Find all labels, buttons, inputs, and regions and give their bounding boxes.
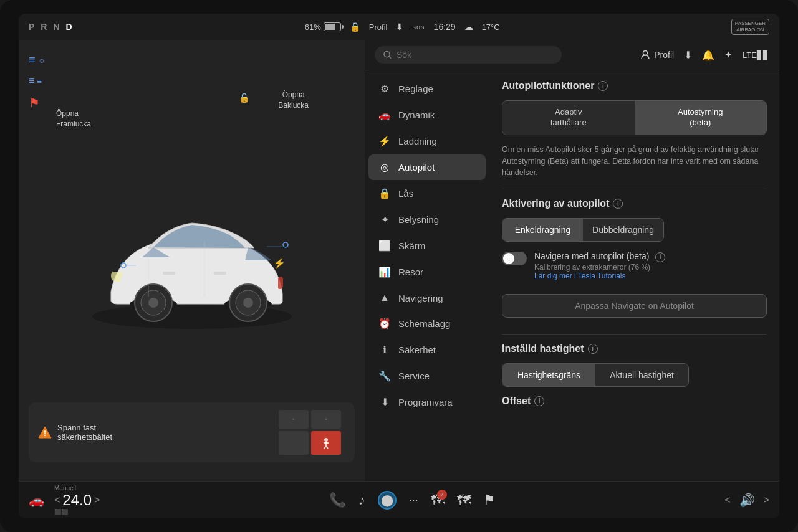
nav-label-laddning: Laddning xyxy=(398,136,437,146)
svg-point-5 xyxy=(148,298,158,308)
speed-decrease-btn[interactable]: < xyxy=(54,495,60,505)
camera-icon[interactable]: ⬤ xyxy=(378,491,397,510)
download-icon: ⬇ xyxy=(396,22,403,32)
gear-p: P xyxy=(29,22,36,32)
bell-icon[interactable]: 🔔 xyxy=(702,49,714,61)
nav-item-belysning[interactable]: ✦ Belysning xyxy=(368,207,486,232)
offset-title: Offset i xyxy=(502,396,767,407)
warning-triangle-icon: ! xyxy=(37,425,52,439)
search-input-wrap[interactable] xyxy=(375,46,562,64)
nav-item-navigering[interactable]: ▲ Navigering xyxy=(368,285,486,310)
right-arrow-btn[interactable]: > xyxy=(764,495,769,506)
divider-1 xyxy=(502,189,767,189)
profile-status: Profil xyxy=(369,22,388,32)
battery-fill xyxy=(325,24,335,30)
svg-text:!: ! xyxy=(44,429,46,438)
nav-item-sakerhet[interactable]: ℹ Säkerhet xyxy=(368,337,486,363)
nav-item-skarm[interactable]: ⬜ Skärm xyxy=(368,233,486,259)
svg-point-13 xyxy=(283,242,288,247)
autosteer-btn[interactable]: Autostyrning (beta) xyxy=(635,101,767,135)
speed-increase-btn[interactable]: > xyxy=(94,495,100,505)
airbag-text: PASSENGERAIRBAG ON xyxy=(735,21,766,34)
navigate-link[interactable]: Lär dig mer i Tesla Tutorials xyxy=(534,272,665,280)
taskbar-car-icon[interactable]: 🚗 xyxy=(29,493,44,508)
seatbelt-person-icon xyxy=(320,437,332,449)
seat-rear-right xyxy=(311,431,341,455)
taskbar-icons: 📞 ♪ ⬤ ··· 🗺 2 🗺 ⚑ xyxy=(329,491,496,510)
svg-rect-9 xyxy=(163,272,175,275)
sidebar-nav: ⚙ Reglage 🚗 Dynamik ⚡ Laddning ◎ xyxy=(365,70,489,481)
autopilot-mode-group[interactable]: Adaptiv farthållare Autostyrning (beta) xyxy=(502,100,767,135)
search-bar-right: Profil ⬇ 🔔 ✦ LTE▋▋ xyxy=(640,49,769,61)
car-svg: ⚡ xyxy=(61,186,323,335)
search-input[interactable] xyxy=(397,50,553,60)
nav-label-service: Service xyxy=(398,371,430,381)
adaptive-cruise-btn[interactable]: Adaptiv farthållare xyxy=(502,101,635,135)
aktivering-group[interactable]: Enkeldragning Dubbeldragning xyxy=(502,218,664,242)
music-icon[interactable]: ♪ xyxy=(358,492,365,508)
map-badge-count: 2 xyxy=(437,490,447,500)
svg-line-20 xyxy=(389,57,391,59)
speed-limit-btn[interactable]: Hastighetsgräns xyxy=(502,364,595,386)
aktivering-info-icon[interactable]: i xyxy=(613,199,623,209)
toggle-knob xyxy=(503,253,514,264)
battery-percent: 61% xyxy=(305,22,321,32)
nav-item-autopilot[interactable]: ◎ Autopilot xyxy=(368,154,486,180)
single-pull-btn[interactable]: Enkeldragning xyxy=(502,219,583,241)
taskbar-left: 🚗 Manuell < 24.0 > ⬛⬛ xyxy=(29,485,100,515)
nav-item-reglage[interactable]: ⚙ Reglage xyxy=(368,76,486,102)
svg-point-21 xyxy=(643,51,648,55)
nav-arrow-icon: ▲ xyxy=(378,292,391,303)
nav-label-reglage: Reglage xyxy=(398,83,433,94)
safety-icon: ℹ xyxy=(378,344,391,356)
nav-label-dynamik: Dynamik xyxy=(398,110,435,120)
download-btn[interactable]: ⬇ xyxy=(684,49,692,61)
person-taskbar-icon[interactable]: ⚑ xyxy=(483,492,496,508)
main-content: ≡ ○ ≡ ≡ ⚑ Öppna Framlucka Öppna xyxy=(19,40,779,481)
gear-selector: P R N D xyxy=(29,22,74,32)
speed-value: 24.0 xyxy=(62,492,92,509)
divider-2 xyxy=(502,334,767,335)
seat-front-right: ▪ xyxy=(311,410,341,429)
nav-label-autopilot: Autopilot xyxy=(398,162,435,173)
nav-item-resor[interactable]: 📊 Resor xyxy=(368,259,486,285)
navigate-toggle[interactable] xyxy=(502,252,527,265)
nav-item-service[interactable]: 🔧 Service xyxy=(368,363,486,389)
current-speed-btn[interactable]: Aktuell hastighet xyxy=(595,364,688,386)
navigate-sublabel: Kalibrering av extrakameror (76 %) xyxy=(534,263,665,272)
svg-point-19 xyxy=(384,51,390,57)
customize-navigate-btn[interactable]: Anpassa Navigate on Autopilot xyxy=(502,294,767,318)
status-bar: P R N D 61% 🔒 Profil ⬇ sos 16:29 ☁ 17°C xyxy=(19,14,779,40)
hastighet-group[interactable]: Hastighetsgräns Aktuell hastighet xyxy=(502,363,689,387)
search-icon xyxy=(383,50,392,59)
nav-item-dynamik[interactable]: 🚗 Dynamik xyxy=(368,102,486,128)
double-pull-btn[interactable]: Dubbeldragning xyxy=(583,219,663,241)
autopilot-info-icon[interactable]: i xyxy=(598,81,608,91)
right-panel: Profil ⬇ 🔔 ✦ LTE▋▋ ⚙ Reglage xyxy=(365,40,779,481)
offset-info-icon[interactable]: i xyxy=(534,396,544,406)
volume-icon[interactable]: 🔊 xyxy=(739,493,755,508)
svg-point-8 xyxy=(243,298,253,308)
map-icon[interactable]: 🗺 xyxy=(457,492,471,508)
more-icon[interactable]: ··· xyxy=(409,493,418,506)
lock-icon: 🔒 xyxy=(350,22,360,32)
profile-button[interactable]: Profil xyxy=(640,50,674,60)
battery-indicator: 61% xyxy=(305,22,341,32)
hastighet-info-icon[interactable]: i xyxy=(588,344,598,354)
nav-item-laddning[interactable]: ⚡ Laddning xyxy=(368,128,486,154)
nav-item-schemalägg[interactable]: ⏰ Schemalägg xyxy=(368,311,486,336)
left-arrow-btn[interactable]: < xyxy=(724,495,730,506)
phone-icon[interactable]: 📞 xyxy=(329,492,346,508)
time-display: 16:29 xyxy=(434,22,456,32)
map-badge-icon[interactable]: 🗺 2 xyxy=(431,492,445,508)
nav-item-programvara[interactable]: ⬇ Programvara xyxy=(368,389,486,415)
gear-n: N xyxy=(53,22,60,32)
search-bar: Profil ⬇ 🔔 ✦ LTE▋▋ xyxy=(365,40,779,70)
nav-label-schemalägg: Schemalägg xyxy=(398,318,450,329)
seat-rear-left xyxy=(279,431,309,455)
software-icon: ⬇ xyxy=(378,396,391,408)
bluetooth-icon[interactable]: ✦ xyxy=(724,49,733,60)
navigate-info-icon[interactable]: i xyxy=(655,252,665,262)
car-icon: 🚗 xyxy=(378,109,391,121)
nav-item-las[interactable]: 🔒 Lås xyxy=(368,181,486,206)
